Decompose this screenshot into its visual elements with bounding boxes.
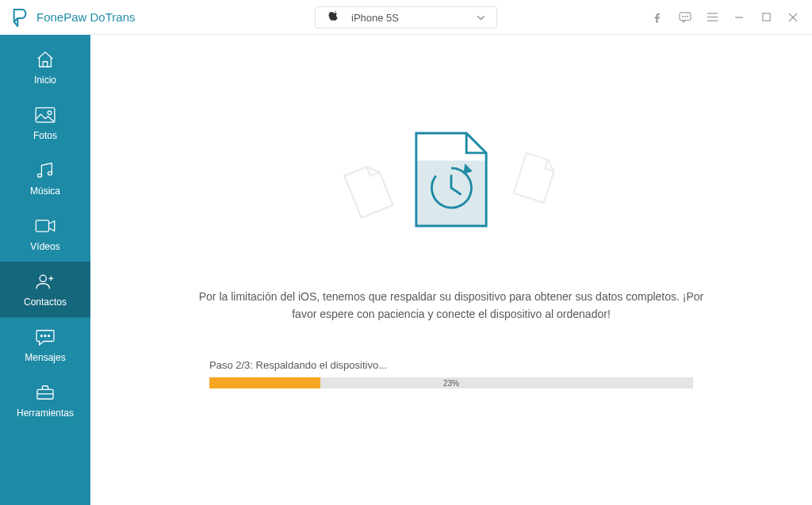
main-content: Por la limitación del iOS, tenemos que r… [90, 35, 812, 505]
music-icon [33, 160, 57, 181]
titlebar-right [650, 10, 801, 25]
hamburger-menu-icon[interactable] [704, 10, 720, 25]
minimize-icon[interactable] [731, 10, 747, 25]
sidebar-item-mensajes[interactable]: Mensajes [0, 317, 90, 373]
document-center-icon [413, 130, 489, 232]
messages-icon [33, 327, 57, 347]
sidebar-item-label: Vídeos [30, 241, 59, 252]
titlebar: FonePaw DoTrans iPhone 5S [0, 0, 812, 35]
svg-rect-15 [36, 220, 48, 231]
svg-rect-24 [416, 161, 486, 227]
svg-point-12 [48, 111, 52, 115]
app-title: FonePaw DoTrans [36, 10, 136, 24]
progress-percent-label: 23% [443, 379, 459, 388]
feedback-icon[interactable] [677, 10, 693, 25]
sidebar-item-contactos[interactable]: Contactos [0, 262, 90, 317]
sidebar-item-fotos[interactable]: Fotos [0, 95, 90, 151]
instruction-text: Por la limitación del iOS, tenemos que r… [197, 289, 705, 323]
sidebar-item-label: Inicio [34, 75, 56, 86]
svg-point-1 [683, 16, 684, 17]
sidebar-item-label: Contactos [24, 296, 67, 308]
maximize-icon[interactable] [758, 10, 774, 25]
titlebar-left: FonePaw DoTrans [11, 8, 136, 27]
svg-point-21 [48, 335, 50, 337]
contacts-icon [33, 271, 57, 292]
sidebar: Inicio Fotos Música Vídeos [0, 35, 90, 505]
svg-point-16 [40, 275, 46, 281]
sidebar-item-videos[interactable]: Vídeos [0, 206, 90, 262]
chevron-down-icon [477, 12, 485, 23]
facebook-icon[interactable] [650, 10, 666, 25]
progress-section: Paso 2/3: Respaldando el dispositivo... … [209, 359, 693, 388]
document-right-icon [508, 149, 561, 211]
photo-icon [33, 105, 57, 125]
document-left-icon [339, 159, 400, 226]
backup-graphic [364, 130, 538, 257]
progress-fill [209, 377, 320, 388]
device-name: iPhone 5S [351, 12, 469, 24]
svg-point-14 [48, 172, 52, 175]
svg-rect-8 [762, 13, 769, 21]
app-logo-icon [11, 8, 29, 27]
sidebar-item-label: Mensajes [25, 352, 65, 363]
sidebar-item-label: Música [30, 186, 60, 197]
home-icon [33, 49, 57, 70]
svg-point-2 [685, 16, 686, 17]
progress-bar: 23% [209, 377, 693, 388]
sidebar-item-label: Herramientas [17, 407, 74, 419]
svg-point-19 [41, 335, 43, 337]
svg-point-20 [44, 335, 46, 337]
toolbox-icon [33, 382, 57, 403]
device-selector[interactable]: iPhone 5S [315, 6, 497, 29]
sidebar-item-inicio[interactable]: Inicio [0, 40, 90, 95]
svg-point-13 [37, 174, 41, 177]
apple-icon [328, 10, 339, 25]
video-icon [33, 216, 57, 236]
svg-point-3 [688, 16, 688, 17]
sidebar-item-musica[interactable]: Música [0, 151, 90, 206]
close-icon[interactable] [785, 10, 801, 25]
sidebar-item-label: Fotos [33, 130, 57, 141]
step-label: Paso 2/3: Respaldando el dispositivo... [209, 359, 693, 371]
sidebar-item-herramientas[interactable]: Herramientas [0, 373, 90, 428]
